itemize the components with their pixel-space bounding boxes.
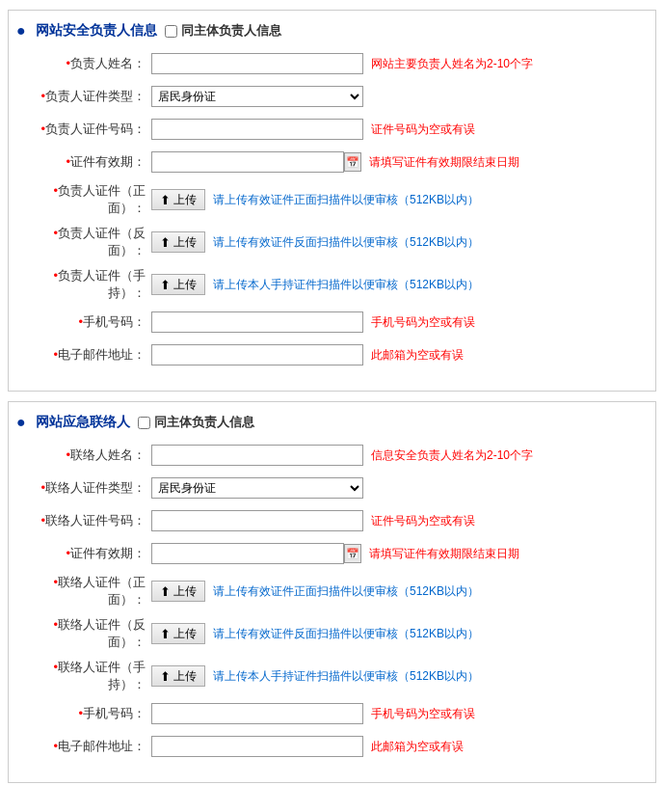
section1-checkbox-label[interactable]: 同主体负责人信息 (165, 22, 281, 40)
s1-back-upload-label: 上传 (173, 234, 197, 251)
s1-name-hint: 网站主要负责人姓名为2-10个字 (371, 56, 533, 72)
s2-cert-no-label: •联络人证件号码： (16, 512, 151, 529)
s2-mobile-hint: 手机号码为空或有误 (371, 706, 475, 722)
s2-cert-type-label: •联络人证件类型： (16, 479, 151, 497)
s1-front-label: •负责人证件（正面）： (16, 182, 151, 217)
s2-hold-upload-label: 上传 (173, 668, 197, 685)
section1-checkbox[interactable] (165, 25, 177, 38)
s1-cert-type-label: •负责人证件类型： (16, 88, 151, 105)
s2-back-row: •联络人证件（反面）： ⬆ 上传 请上传有效证件反面扫描件以便审核（512KB以… (16, 616, 648, 651)
section1-bullet: ● (16, 22, 26, 40)
s1-cert-no-row: •负责人证件号码： 证件号码为空或有误 (16, 117, 648, 142)
s2-hold-hint: 请上传本人手持证件扫描件以便审核（512KB以内） (213, 668, 479, 685)
s2-calendar-icon[interactable]: 📅 (344, 544, 361, 563)
s1-hold-label: •负责人证件（手持）： (16, 267, 151, 302)
s2-back-star: • (53, 617, 58, 632)
s2-mobile-label: •手机号码： (16, 705, 151, 722)
s2-front-upload-button[interactable]: ⬆ 上传 (151, 581, 205, 602)
s1-hold-upload-icon: ⬆ (160, 278, 171, 292)
s1-front-row: •负责人证件（正面）： ⬆ 上传 请上传有效证件正面扫描件以便审核（512KB以… (16, 182, 648, 217)
s1-mobile-input[interactable] (151, 311, 363, 333)
s1-cert-date-hint: 请填写证件有效期限结束日期 (369, 154, 519, 171)
s1-cert-date-input[interactable] (151, 151, 344, 173)
s2-cert-no-input[interactable] (151, 510, 363, 531)
s1-hold-hint: 请上传本人手持证件扫描件以便审核（512KB以内） (213, 277, 479, 293)
s2-email-hint: 此邮箱为空或有误 (371, 739, 464, 755)
s1-calendar-icon[interactable]: 📅 (344, 152, 361, 172)
s2-email-input[interactable] (151, 736, 363, 757)
s1-cert-no-input[interactable] (151, 119, 363, 140)
s2-hold-upload-button[interactable]: ⬆ 上传 (151, 665, 205, 687)
s2-name-star: • (66, 447, 70, 462)
s1-front-upload-label: 上传 (173, 192, 197, 208)
s1-cert-type-star: • (40, 89, 45, 103)
s1-cert-type-row: •负责人证件类型： 居民身份证 (16, 84, 648, 109)
s2-cert-date-input[interactable] (151, 543, 344, 564)
s1-email-row: •电子邮件地址： 此邮箱为空或有误 (16, 342, 648, 367)
s1-back-upload-icon: ⬆ (160, 235, 171, 250)
section1-checkbox-text: 同主体负责人信息 (181, 22, 281, 40)
s2-back-hint: 请上传有效证件反面扫描件以便审核（512KB以内） (213, 626, 479, 642)
s2-hold-label: •联络人证件（手持）： (16, 659, 151, 693)
section2-checkbox-text: 同主体负责人信息 (154, 414, 254, 431)
s2-hold-row: •联络人证件（手持）： ⬆ 上传 请上传本人手持证件扫描件以便审核（512KB以… (16, 659, 648, 693)
section2-checkbox[interactable] (138, 417, 150, 429)
s1-back-star: • (53, 226, 58, 240)
s2-cert-type-select-wrap: 居民身份证 (151, 477, 363, 499)
s1-mobile-hint: 手机号码为空或有误 (371, 314, 475, 331)
section-emergency-contact: ● 网站应急联络人 同主体负责人信息 •联络人姓名： 信息安全负责人姓名为2-1… (8, 401, 656, 783)
s2-mobile-star: • (78, 706, 83, 720)
s2-front-upload-icon: ⬆ (160, 584, 171, 599)
s1-cert-date-label: •证件有效期： (16, 153, 151, 171)
s1-mobile-label: •手机号码： (16, 313, 151, 331)
section1-title: ● 网站安全负责人信息 同主体负责人信息 (16, 22, 648, 40)
s1-back-row: •负责人证件（反面）： ⬆ 上传 请上传有效证件反面扫描件以便审核（512KB以… (16, 225, 648, 259)
s2-email-label: •电子邮件地址： (16, 738, 151, 755)
s2-name-row: •联络人姓名： 信息安全负责人姓名为2-10个字 (16, 443, 648, 468)
s1-hold-row: •负责人证件（手持）： ⬆ 上传 请上传本人手持证件扫描件以便审核（512KB以… (16, 267, 648, 302)
s2-name-input[interactable] (151, 445, 363, 466)
s2-front-star: • (53, 575, 58, 589)
s2-cert-date-label: •证件有效期： (16, 545, 151, 562)
section2-bullet: ● (16, 414, 26, 431)
s2-cert-date-row: •证件有效期： 📅 请填写证件有效期限结束日期 (16, 541, 648, 566)
s1-front-upload-button[interactable]: ⬆ 上传 (151, 189, 205, 210)
section-security-responsible: ● 网站安全负责人信息 同主体负责人信息 •负责人姓名： 网站主要负责人姓名为2… (8, 10, 656, 392)
s1-cert-no-label: •负责人证件号码： (16, 121, 151, 138)
s1-front-upload-icon: ⬆ (160, 193, 171, 207)
s2-back-upload-icon: ⬆ (160, 627, 171, 641)
s2-cert-type-select[interactable]: 居民身份证 (151, 477, 363, 499)
s1-cert-type-select[interactable]: 居民身份证 (151, 86, 363, 107)
s1-hold-upload-button[interactable]: ⬆ 上传 (151, 274, 205, 295)
s2-cert-date-wrap: 📅 (151, 543, 361, 564)
s2-name-hint: 信息安全负责人姓名为2-10个字 (371, 447, 533, 464)
section2-checkbox-label[interactable]: 同主体负责人信息 (138, 414, 254, 431)
s2-back-upload-button[interactable]: ⬆ 上传 (151, 623, 205, 644)
s1-name-input[interactable] (151, 53, 363, 74)
s2-name-label: •联络人姓名： (16, 447, 151, 464)
s2-mobile-input[interactable] (151, 703, 363, 724)
section2-title: ● 网站应急联络人 同主体负责人信息 (16, 414, 648, 431)
s1-hold-upload-label: 上传 (173, 277, 197, 293)
s1-cert-date-star: • (66, 154, 70, 169)
s1-name-label: •负责人姓名： (16, 55, 151, 72)
s1-email-input[interactable] (151, 344, 363, 365)
s1-email-star: • (53, 347, 58, 362)
s1-email-label: •电子邮件地址： (16, 346, 151, 364)
s2-back-upload-label: 上传 (173, 626, 197, 642)
s2-email-star: • (53, 739, 58, 753)
s2-cert-no-hint: 证件号码为空或有误 (371, 513, 475, 529)
s2-cert-no-star: • (40, 513, 45, 528)
s2-cert-no-row: •联络人证件号码： 证件号码为空或有误 (16, 508, 648, 533)
s2-front-row: •联络人证件（正面）： ⬆ 上传 请上传有效证件正面扫描件以便审核（512KB以… (16, 574, 648, 609)
s2-front-label: •联络人证件（正面）： (16, 574, 151, 609)
s1-back-label: •负责人证件（反面）： (16, 225, 151, 259)
s1-cert-date-wrap: 📅 (151, 151, 361, 173)
s1-back-hint: 请上传有效证件反面扫描件以便审核（512KB以内） (213, 234, 479, 251)
s1-mobile-row: •手机号码： 手机号码为空或有误 (16, 310, 648, 335)
s2-cert-type-row: •联络人证件类型： 居民身份证 (16, 475, 648, 501)
s2-hold-star: • (53, 660, 58, 674)
s1-back-upload-button[interactable]: ⬆ 上传 (151, 231, 205, 253)
s2-back-label: •联络人证件（反面）： (16, 616, 151, 651)
section2-title-text: 网站应急联络人 (36, 414, 130, 431)
